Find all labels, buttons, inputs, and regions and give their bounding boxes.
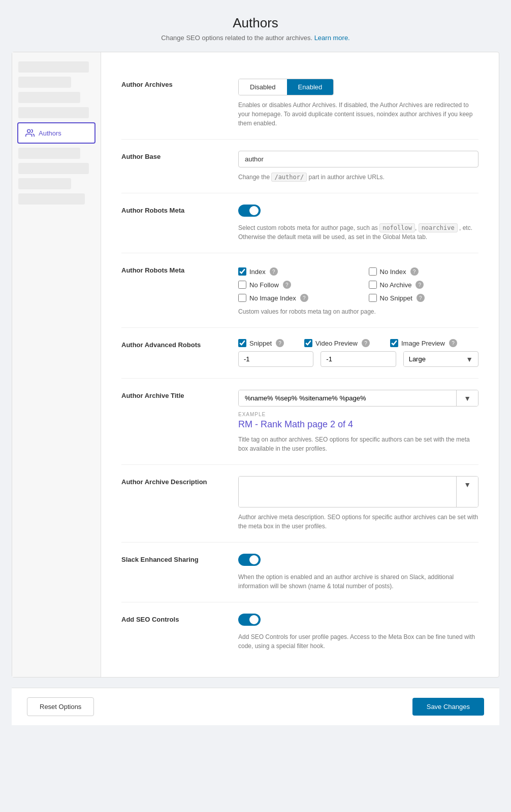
sidebar-item[interactable] (18, 92, 80, 103)
author-archives-enabled-btn[interactable]: Enabled (287, 79, 334, 95)
save-changes-button[interactable]: Save Changes (412, 698, 484, 716)
no-follow-checkbox[interactable] (238, 281, 246, 289)
title-dropdown-btn[interactable]: ▼ (456, 390, 478, 406)
image-preview-check-label: Image Preview (401, 340, 445, 347)
index-label: Index (249, 268, 266, 276)
no-index-label: No Index (380, 268, 406, 276)
snippet-value-field (238, 351, 313, 367)
add-seo-controls-description: Add SEO Controls for user profile pages.… (238, 632, 478, 651)
author-robots-meta-checkboxes-label: Author Robots Meta (121, 264, 223, 316)
author-archives-disabled-btn[interactable]: Disabled (239, 79, 287, 95)
index-help-icon[interactable]: ? (270, 267, 278, 276)
video-preview-check: Video Preview ? (304, 339, 370, 347)
robots-grid: Index ? No Index ? No Follow ? (238, 267, 478, 302)
slack-enhanced-sharing-label: Slack Enhanced Sharing (121, 554, 223, 591)
sidebar-item[interactable] (18, 61, 89, 73)
slack-enhanced-sharing-content: When the option is enabled and an author… (238, 554, 478, 591)
nofollow-code: nofollow (379, 223, 415, 232)
image-preview-select[interactable]: Default None Standard Large (404, 352, 461, 366)
sidebar-active-label: Authors (39, 129, 61, 137)
no-image-index-label: No Image Index (249, 294, 296, 302)
description-dropdown-btn[interactable]: ▼ (456, 477, 478, 507)
author-archives-toggle[interactable]: Disabled Enabled (238, 79, 334, 95)
image-preview-check: Image Preview ? (390, 339, 457, 347)
no-image-index-checkbox-item: No Image Index ? (238, 294, 348, 302)
no-snippet-label: No Snippet (380, 294, 412, 302)
author-archive-title-section: Author Archive Title ▼ EXAMPLE RM - Rank… (121, 379, 478, 465)
select-arrow-icon: ▼ (461, 355, 478, 363)
author-archive-title-label: Author Archive Title (121, 390, 223, 453)
video-preview-value-field (321, 351, 396, 367)
author-robots-meta-checkboxes-content: Index ? No Index ? No Follow ? (238, 264, 478, 316)
sidebar-item[interactable] (18, 178, 71, 189)
author-archive-title-input-wrapper: ▼ (238, 390, 478, 407)
author-base-input[interactable] (238, 151, 478, 167)
reset-options-button[interactable]: Reset Options (27, 697, 94, 716)
advanced-robots-header: Snippet ? Video Preview ? Image Preview … (238, 339, 478, 347)
no-snippet-help-icon[interactable]: ? (417, 294, 425, 302)
no-image-index-help-icon[interactable]: ? (300, 294, 308, 302)
author-archive-description-content: ▼ Author archive meta description. SEO o… (238, 476, 478, 531)
author-archive-description-text: Author archive meta description. SEO opt… (238, 513, 478, 531)
no-index-help-icon[interactable]: ? (410, 267, 419, 276)
snippet-checkbox[interactable] (238, 339, 246, 347)
example-value: RM - Rank Math page 2 of 4 (238, 419, 478, 430)
author-advanced-robots-section: Author Advanced Robots Snippet ? Video P… (121, 328, 478, 379)
content-area: Author Archives Disabled Enabled Enables… (101, 52, 499, 677)
no-archive-checkbox-item: No Archive ? (369, 281, 479, 289)
sidebar-item[interactable] (18, 148, 80, 159)
sidebar-item-authors[interactable]: Authors (17, 122, 95, 144)
author-base-label: Author Base (121, 151, 223, 182)
video-preview-checkbox[interactable] (304, 339, 312, 347)
author-base-description: Change the /author/ part in author archi… (238, 173, 478, 182)
sidebar-item[interactable] (18, 163, 89, 174)
slack-enhanced-sharing-toggle[interactable] (238, 554, 261, 566)
no-snippet-checkbox[interactable] (369, 294, 377, 302)
image-preview-help-icon[interactable]: ? (449, 339, 457, 347)
video-preview-check-label: Video Preview (315, 340, 358, 347)
sidebar: Authors (12, 52, 101, 677)
index-checkbox[interactable] (238, 267, 246, 276)
video-preview-help-icon[interactable]: ? (362, 339, 370, 347)
toggle-track (238, 205, 261, 217)
no-archive-help-icon[interactable]: ? (416, 281, 424, 289)
author-archive-description-wrapper: ▼ (238, 476, 478, 507)
noarchive-code: noarchive (419, 223, 458, 232)
learn-more-link[interactable]: Learn more. (314, 34, 350, 42)
seo-controls-toggle-track (238, 614, 261, 626)
no-snippet-checkbox-item: No Snippet ? (369, 294, 479, 302)
image-preview-checkbox[interactable] (390, 339, 398, 347)
advanced-robots-inputs: Default None Standard Large ▼ (238, 351, 478, 367)
slack-enhanced-sharing-section: Slack Enhanced Sharing When the option i… (121, 543, 478, 602)
no-archive-label: No Archive (380, 281, 412, 289)
image-preview-select-wrapper[interactable]: Default None Standard Large ▼ (403, 351, 478, 367)
author-archive-description-label: Author Archive Description (121, 476, 223, 531)
author-archives-description: Enables or disables Author Archives. If … (238, 100, 478, 128)
sidebar-item[interactable] (18, 77, 71, 88)
author-robots-meta-toggle-label: Author Robots Meta (121, 205, 223, 242)
author-archives-label: Author Archives (121, 79, 223, 128)
svg-point-0 (27, 129, 30, 132)
snippet-help-icon[interactable]: ? (276, 339, 284, 347)
no-image-index-checkbox[interactable] (238, 294, 246, 302)
snippet-value-input[interactable] (238, 351, 313, 367)
add-seo-controls-toggle[interactable] (238, 614, 261, 626)
author-archives-content: Disabled Enabled Enables or disables Aut… (238, 79, 478, 128)
author-base-code: /author/ (271, 173, 307, 182)
author-robots-meta-toggle-switch[interactable] (238, 205, 261, 217)
video-preview-value-input[interactable] (321, 351, 396, 367)
author-archives-section: Author Archives Disabled Enabled Enables… (121, 67, 478, 140)
robots-meta-description: Custom values for robots meta tag on aut… (238, 307, 478, 316)
author-archive-description-textarea[interactable] (239, 477, 456, 507)
author-archive-description-section: Author Archive Description ▼ Author arch… (121, 465, 478, 543)
sidebar-item[interactable] (18, 107, 89, 118)
sidebar-item[interactable] (18, 193, 85, 205)
snippet-check: Snippet ? (238, 339, 284, 347)
author-archive-title-input[interactable] (239, 390, 456, 406)
no-archive-checkbox[interactable] (369, 281, 377, 289)
no-follow-help-icon[interactable]: ? (283, 281, 291, 289)
no-index-checkbox[interactable] (369, 267, 377, 276)
author-advanced-robots-label: Author Advanced Robots (121, 339, 223, 367)
image-preview-select-field: Default None Standard Large ▼ (403, 351, 478, 367)
page-subtitle: Change SEO options related to the author… (161, 34, 349, 42)
